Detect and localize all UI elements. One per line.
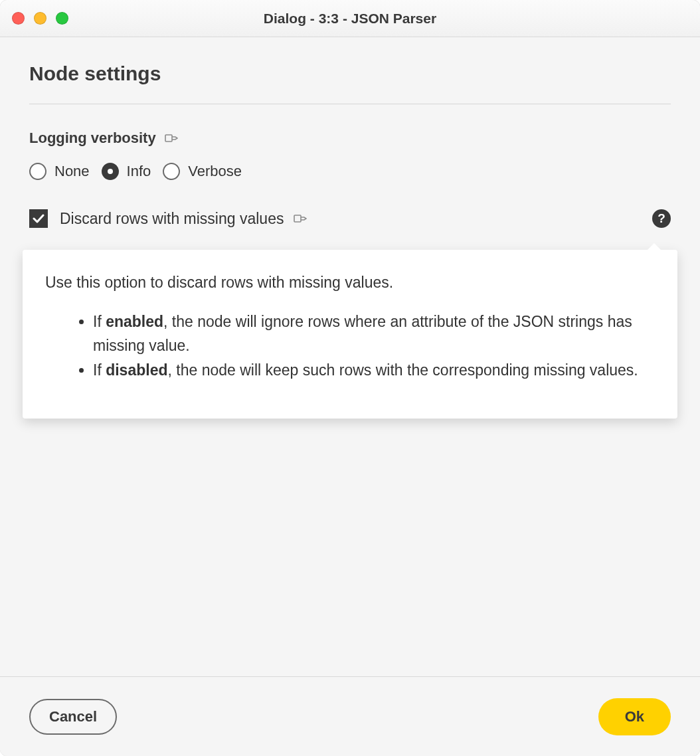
footer: Cancel Ok [0,676,700,756]
cancel-button[interactable]: Cancel [29,699,117,735]
content-area: Node settings Logging verbosity None Inf… [0,37,700,676]
radio-label-none: None [54,163,90,180]
radio-label-verbose: Verbose [188,163,242,180]
flow-variable-icon[interactable] [293,213,307,225]
window-title: Dialog - 3:3 - JSON Parser [0,11,700,27]
svg-rect-0 [165,135,172,142]
dialog-window: Dialog - 3:3 - JSON Parser Node settings… [0,0,700,756]
flow-variable-icon[interactable] [164,132,179,144]
discard-rows-row: Discard rows with missing values ? [29,209,671,228]
discard-rows-checkbox[interactable] [29,209,48,228]
radio-option-info[interactable]: Info [102,163,151,180]
tooltip-bullet-disabled: If disabled, the node will keep such row… [93,359,655,383]
tooltip-intro: Use this option to discard rows with mis… [45,274,655,292]
maximize-window-button[interactable] [56,12,68,25]
close-window-button[interactable] [12,12,25,25]
minimize-window-button[interactable] [34,12,46,25]
radio-option-none[interactable]: None [29,163,90,180]
ok-button[interactable]: Ok [598,698,671,735]
discard-rows-text: Discard rows with missing values [60,210,284,228]
radio-option-verbose[interactable]: Verbose [163,163,242,180]
logging-verbosity-radio-group: None Info Verbose [29,163,671,180]
logging-verbosity-label: Logging verbosity [29,130,671,147]
radio-input-none[interactable] [29,163,46,180]
divider [29,104,671,104]
radio-input-info[interactable] [102,163,119,180]
help-tooltip: Use this option to discard rows with mis… [23,250,677,419]
question-mark-icon: ? [652,209,671,228]
tooltip-list: If enabled, the node will ignore rows wh… [45,310,655,383]
help-button[interactable]: ? [652,209,671,228]
radio-label-info: Info [127,163,151,180]
section-title: Node settings [29,62,671,85]
tooltip-bullet-enabled: If enabled, the node will ignore rows wh… [93,310,655,357]
discard-rows-label: Discard rows with missing values [60,210,307,228]
titlebar: Dialog - 3:3 - JSON Parser [0,0,700,37]
svg-rect-1 [294,215,301,222]
window-controls [12,12,68,25]
radio-input-verbose[interactable] [163,163,180,180]
logging-verbosity-text: Logging verbosity [29,130,156,147]
